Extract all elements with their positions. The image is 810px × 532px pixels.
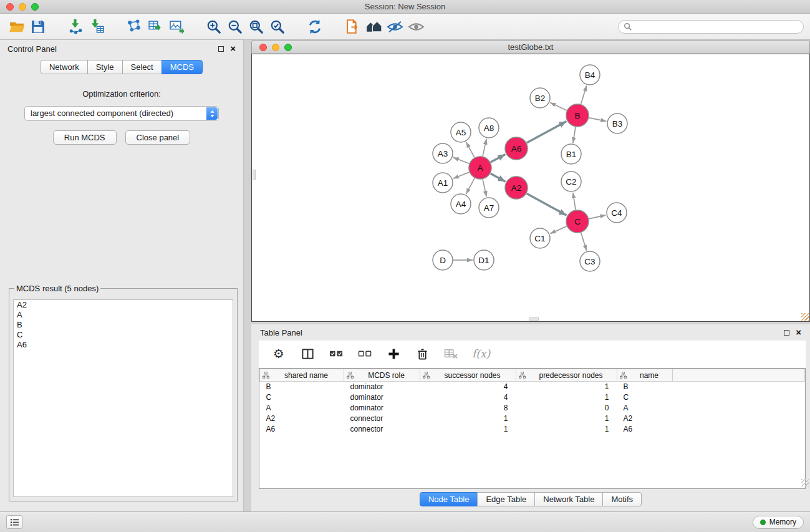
graph-edge-A2-C[interactable] xyxy=(527,193,567,215)
graph-edge-C-C4[interactable] xyxy=(589,215,606,219)
table-row[interactable]: Adominator80A xyxy=(260,403,805,414)
tab-style[interactable]: Style xyxy=(87,60,123,74)
mcds-result-item[interactable]: A6 xyxy=(14,340,233,350)
show-columns-button[interactable] xyxy=(300,346,315,361)
document-export-button[interactable] xyxy=(342,16,363,37)
export-image-button[interactable] xyxy=(166,16,187,37)
resize-grip-icon[interactable] xyxy=(801,479,809,486)
task-history-button[interactable] xyxy=(6,515,22,529)
graph-edge-A6-B[interactable] xyxy=(527,122,567,143)
import-network-button[interactable] xyxy=(65,16,86,37)
select-all-button[interactable] xyxy=(329,346,344,361)
graph-edge-B-B3[interactable] xyxy=(589,118,607,122)
graph-edge-B-B4[interactable] xyxy=(581,85,587,104)
resize-grip-icon[interactable] xyxy=(801,313,809,321)
graph-edge-A-A1[interactable] xyxy=(453,172,470,178)
network-canvas[interactable]: B4B2BB3A5A8A6A3B1AC2A1A2A4A7C4CC1DD1C3 xyxy=(251,54,810,322)
zoom-fit-button[interactable] xyxy=(246,16,267,37)
table-row[interactable]: A2connector11A2 xyxy=(260,414,805,424)
tab-network[interactable]: Network xyxy=(41,60,88,74)
delete-column-button[interactable] xyxy=(415,346,430,361)
zoom-selected-button[interactable] xyxy=(267,16,288,37)
optimization-criterion-label: Optimization criterion: xyxy=(0,89,243,99)
tab-select[interactable]: Select xyxy=(122,60,162,74)
apply-layout-button[interactable] xyxy=(304,16,325,37)
column-header-name[interactable]: name xyxy=(617,369,673,382)
import-table-button[interactable] xyxy=(86,16,107,37)
show-graphics-details-button[interactable] xyxy=(384,16,405,37)
graph-edge-C-C2[interactable] xyxy=(573,193,576,210)
minimize-window-button[interactable] xyxy=(19,3,26,11)
graph-edge-A-A3[interactable] xyxy=(453,157,470,163)
tab-node-table[interactable]: Node Table xyxy=(420,492,478,506)
table-cell: A2 xyxy=(617,414,673,424)
mcds-result-item[interactable]: A xyxy=(14,310,233,320)
function-builder-button[interactable]: f(x) xyxy=(472,347,490,360)
minimize-network-window-button[interactable] xyxy=(272,44,279,51)
export-network-button[interactable] xyxy=(123,16,145,37)
open-session-button[interactable] xyxy=(6,16,27,37)
graph-edge-A-A8[interactable] xyxy=(483,139,486,157)
graph-edge-B-B2[interactable] xyxy=(550,103,567,110)
tab-network-table[interactable]: Network Table xyxy=(534,492,603,506)
deselect-all-button[interactable] xyxy=(357,346,372,361)
close-table-panel-icon[interactable]: × xyxy=(796,329,801,336)
hide-graphics-details-button[interactable] xyxy=(405,16,427,37)
table-cell-filler xyxy=(673,392,805,403)
close-panel-button[interactable]: Close panel xyxy=(125,130,191,145)
table-row[interactable]: Cdominator41C xyxy=(260,392,805,403)
close-network-window-button[interactable] xyxy=(259,44,267,51)
graph-edge-A-A4[interactable] xyxy=(466,178,475,194)
table-cell: connector xyxy=(344,414,420,424)
float-panel-icon[interactable] xyxy=(218,46,224,52)
close-window-button[interactable] xyxy=(6,3,14,11)
column-header-predecessor-nodes[interactable]: predecessor nodes xyxy=(516,369,617,382)
save-session-button[interactable] xyxy=(27,16,49,37)
graph-edge-B-B1[interactable] xyxy=(573,127,576,143)
canvas-scroll-mark xyxy=(529,317,539,321)
create-column-button[interactable] xyxy=(386,346,401,361)
float-table-panel-icon[interactable] xyxy=(784,330,789,336)
search-input[interactable] xyxy=(635,22,798,31)
zoom-network-window-button[interactable] xyxy=(284,44,292,51)
table-cell: A xyxy=(260,403,344,414)
graph-edge-C-C1[interactable] xyxy=(550,226,566,234)
graph-edge-C-C3[interactable] xyxy=(581,233,587,251)
delete-table-button[interactable] xyxy=(443,346,458,361)
graph-node-label-C3: C3 xyxy=(584,257,595,266)
memory-button[interactable]: Memory xyxy=(753,516,804,529)
graph-edge-A-A7[interactable] xyxy=(483,180,486,197)
close-panel-icon[interactable]: × xyxy=(230,45,236,52)
tab-edge-table[interactable]: Edge Table xyxy=(477,492,535,506)
tab-motifs[interactable]: Motifs xyxy=(602,492,642,506)
mcds-result-item[interactable]: C xyxy=(14,330,233,340)
table-toolbar: ⚙ xyxy=(259,341,806,367)
export-table-button[interactable] xyxy=(145,16,166,37)
table-settings-button[interactable]: ⚙ xyxy=(271,346,286,361)
home-apps-button[interactable] xyxy=(363,16,384,37)
mcds-result-item[interactable]: B xyxy=(14,320,233,330)
zoom-out-button[interactable] xyxy=(224,16,246,37)
control-panel: Control Panel × NetworkStyleSelectMCDS O… xyxy=(0,40,244,511)
table-cell: B xyxy=(617,382,673,392)
graph-node-label-D1: D1 xyxy=(478,256,489,265)
column-header-shared-name[interactable]: shared name xyxy=(260,369,344,382)
table-row[interactable]: Bdominator41B xyxy=(260,382,805,392)
mcds-result-item[interactable]: A2 xyxy=(14,300,233,310)
main-toolbar xyxy=(0,14,810,40)
tab-mcds[interactable]: MCDS xyxy=(162,60,203,74)
zoom-window-button[interactable] xyxy=(31,3,39,11)
graph-edge-A-A2[interactable] xyxy=(491,173,506,181)
search-field[interactable] xyxy=(618,20,804,34)
graph-node-label-B: B xyxy=(574,111,580,120)
column-header-mcds-role[interactable]: MCDS role xyxy=(344,369,420,382)
zoom-in-button[interactable] xyxy=(203,16,224,37)
table-cell: 1 xyxy=(516,414,617,424)
column-header-successor-nodes[interactable]: successor nodes xyxy=(420,369,516,382)
criterion-dropdown[interactable]: largest connected component (directed) xyxy=(24,106,219,121)
table-row[interactable]: A6connector11A6 xyxy=(260,424,805,435)
graph-edge-A-A5[interactable] xyxy=(466,142,475,158)
graph-edge-A-A6[interactable] xyxy=(491,154,506,162)
table-tabs: Node TableEdge TableNetwork TableMotifs xyxy=(251,492,810,506)
run-mcds-button[interactable]: Run MCDS xyxy=(53,130,117,145)
